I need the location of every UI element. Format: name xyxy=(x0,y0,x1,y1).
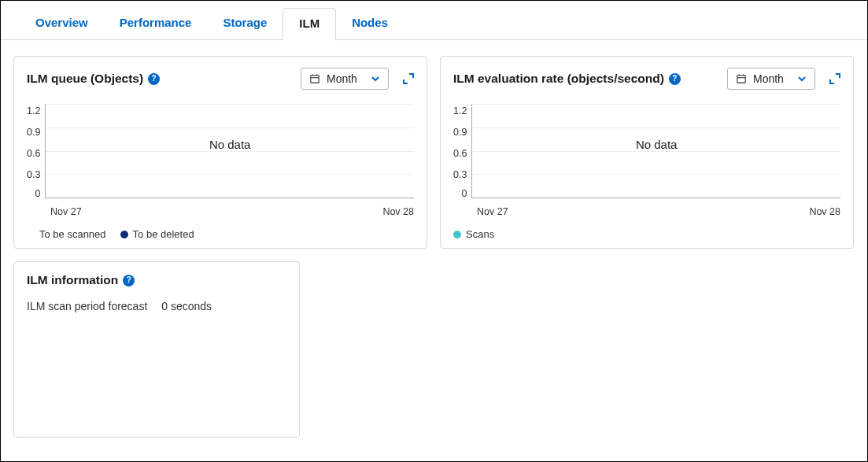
tab-overview[interactable]: Overview xyxy=(20,8,104,40)
tab-nodes[interactable]: Nodes xyxy=(336,8,404,40)
y-tick: 1.2 xyxy=(453,106,467,116)
y-tick: 0.9 xyxy=(453,128,467,138)
time-range-select[interactable]: Month xyxy=(727,68,815,90)
y-tick: 0 xyxy=(461,189,467,199)
gridline xyxy=(472,128,840,128)
y-axis: 1.2 0.9 0.6 0.3 0 xyxy=(27,104,45,198)
card-ilm-info: ILM information ? ILM scan period foreca… xyxy=(13,261,300,438)
card-title-wrap: ILM information ? xyxy=(27,273,286,287)
legend-item-deleted: To be deleted xyxy=(120,228,194,240)
tab-ilm[interactable]: ILM xyxy=(283,8,336,40)
legend-label: To be scanned xyxy=(39,228,106,240)
chart-area: 1.2 0.9 0.6 0.3 0 No data Nov 27 Nov 2 xyxy=(27,90,414,240)
gridline xyxy=(472,104,840,105)
card-title: ILM evaluation rate (objects/second) xyxy=(453,72,664,86)
card-header: ILM evaluation rate (objects/second) ? M… xyxy=(453,68,840,90)
y-tick: 0 xyxy=(35,189,40,199)
y-tick: 0.3 xyxy=(27,170,40,180)
legend-item-scanned: To be scanned xyxy=(27,228,106,240)
legend-label: Scans xyxy=(466,228,494,240)
legend: Scans xyxy=(453,217,840,240)
chevron-down-icon xyxy=(371,74,380,83)
plot-surface: No data xyxy=(471,104,840,198)
svg-rect-0 xyxy=(311,76,319,83)
calendar-icon xyxy=(736,73,747,84)
x-tick-start: Nov 27 xyxy=(50,206,82,217)
info-row: ILM scan period forecast 0 seconds xyxy=(27,287,286,312)
gridline xyxy=(46,104,414,105)
svg-rect-4 xyxy=(737,76,746,83)
x-tick-end: Nov 28 xyxy=(382,206,414,217)
help-icon[interactable]: ? xyxy=(148,73,160,85)
swatch xyxy=(27,231,35,238)
tab-performance[interactable]: Performance xyxy=(104,8,208,40)
x-axis: Nov 27 Nov 28 xyxy=(453,198,840,217)
time-range-label: Month xyxy=(753,72,784,85)
tab-storage[interactable]: Storage xyxy=(207,8,283,40)
y-tick: 0.6 xyxy=(453,149,467,159)
chart-plot: 1.2 0.9 0.6 0.3 0 No data xyxy=(453,104,840,198)
plot-surface: No data xyxy=(45,104,414,198)
help-icon[interactable]: ? xyxy=(669,73,681,85)
card-header: ILM queue (Objects) ? Month xyxy=(27,68,414,90)
legend-label: To be deleted xyxy=(133,228,194,240)
swatch xyxy=(453,231,461,238)
x-tick-end: Nov 28 xyxy=(809,206,840,217)
y-tick: 0.3 xyxy=(453,170,467,180)
legend: To be scanned To be deleted xyxy=(27,217,414,240)
swatch xyxy=(120,231,128,238)
card-title: ILM queue (Objects) xyxy=(27,72,143,86)
card-ilm-rate: ILM evaluation rate (objects/second) ? M… xyxy=(440,56,854,249)
no-data-label: No data xyxy=(636,138,678,151)
chart-plot: 1.2 0.9 0.6 0.3 0 No data xyxy=(27,104,414,198)
expand-icon[interactable] xyxy=(829,73,840,84)
time-range-label: Month xyxy=(327,72,357,85)
info-label: ILM scan period forecast xyxy=(27,300,147,312)
x-axis: Nov 27 Nov 28 xyxy=(27,198,414,217)
gridline xyxy=(472,174,840,175)
x-tick-start: Nov 27 xyxy=(477,206,508,217)
gridline xyxy=(46,174,414,175)
card-controls: Month xyxy=(727,68,840,90)
card-title-wrap: ILM queue (Objects) ? xyxy=(27,72,160,86)
chevron-down-icon xyxy=(797,74,807,83)
gridline xyxy=(46,128,414,128)
tab-bar: Overview Performance Storage ILM Nodes xyxy=(1,1,867,40)
card-title-wrap: ILM evaluation rate (objects/second) ? xyxy=(453,72,681,86)
card-controls: Month xyxy=(301,68,414,90)
content-area: ILM queue (Objects) ? Month 1.2 0.9 xyxy=(1,40,867,453)
expand-icon[interactable] xyxy=(403,73,414,84)
y-tick: 0.6 xyxy=(27,149,40,159)
y-tick: 1.2 xyxy=(27,106,40,116)
card-title: ILM information xyxy=(27,273,118,287)
calendar-icon xyxy=(309,73,320,84)
time-range-select[interactable]: Month xyxy=(301,68,389,90)
y-axis: 1.2 0.9 0.6 0.3 0 xyxy=(453,104,471,198)
no-data-label: No data xyxy=(209,138,251,151)
card-ilm-queue: ILM queue (Objects) ? Month 1.2 0.9 xyxy=(13,56,427,249)
chart-area: 1.2 0.9 0.6 0.3 0 No data Nov 27 Nov 2 xyxy=(453,90,840,240)
help-icon[interactable]: ? xyxy=(123,275,135,286)
info-value: 0 seconds xyxy=(161,300,212,312)
legend-item-scans: Scans xyxy=(453,228,494,240)
y-tick: 0.9 xyxy=(27,128,40,138)
